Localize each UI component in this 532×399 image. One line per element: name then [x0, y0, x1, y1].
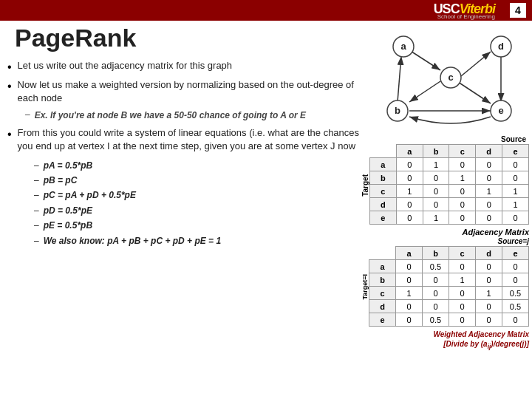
adj-d-d: 0 [476, 198, 502, 211]
w-a-e: 0 [502, 260, 529, 273]
sub-dash-2-1: – [25, 109, 30, 122]
w-col-header-a: a [396, 247, 423, 260]
adj-e-b: 1 [423, 211, 449, 225]
svg-text:e: e [498, 105, 503, 116]
eq-row-4: – pD = 0.5*pE [34, 203, 362, 218]
adj-b-d: 0 [476, 171, 502, 185]
w-col-header-c: c [449, 247, 476, 260]
graph-area: a d c b e [359, 21, 529, 135]
adj-b-e: 0 [502, 171, 529, 185]
w-a-d: 0 [476, 260, 502, 273]
page-number: 4 [510, 3, 526, 18]
adj-b-c: 1 [449, 171, 476, 185]
eq-text-4: pD = 0.5*pE [44, 203, 92, 218]
svg-text:b: b [395, 105, 400, 116]
w-b-d: 0 [476, 273, 502, 287]
svg-text:d: d [498, 41, 504, 52]
adj-c-e: 1 [502, 185, 529, 198]
eq-row-1: – pA = 0.5*pB [34, 158, 362, 173]
w-b-c: 1 [449, 273, 476, 287]
school-text: School of Engineering [437, 13, 495, 20]
w-a-a: 0 [396, 260, 423, 273]
w-corner-cell [369, 247, 396, 260]
w-row-header-c: c [369, 287, 396, 300]
target-label-adj: Target [359, 174, 369, 197]
w-c-c: 0 [449, 287, 476, 300]
bullet-dot-1: • [7, 61, 12, 74]
adj-d-c: 0 [449, 198, 476, 211]
w-row-header-e: e [369, 313, 396, 327]
graph-svg: a d c b e [359, 21, 522, 135]
source-eq-label: Source=j [359, 237, 529, 245]
corner-cell [370, 145, 397, 158]
equations-block: – pA = 0.5*pB – pB = pC – pC = pA + pD +… [34, 158, 362, 248]
col-header-c: c [449, 145, 476, 158]
w-row-e: e 0 0.5 0 0 0 [369, 313, 529, 327]
adj-a-d: 0 [476, 158, 502, 171]
adj-a-e: 0 [502, 158, 529, 171]
w-e-b: 0.5 [423, 313, 449, 327]
adj-c-c: 0 [449, 185, 476, 198]
bullet-dot-3: • [7, 128, 12, 141]
w-col-header-b: b [423, 247, 449, 260]
adj-e-c: 0 [449, 211, 476, 225]
bullet-text-2: Now let us make a weighted version by no… [18, 78, 362, 105]
row-header-d: d [370, 198, 397, 211]
eq-text-2: pB = pC [44, 173, 78, 188]
w-a-c: 0 [449, 260, 476, 273]
adj-header-row: a b c d e [370, 145, 529, 158]
w-row-header-b: b [369, 273, 396, 287]
eq-text-6: We also know: pA + pB + pC + pD + pE = 1 [44, 233, 221, 248]
w-row-c: c 1 0 0 1 0.5 [369, 287, 529, 300]
weighted-matrix-title: Weighted Adjacency Matrix [Divide by (ai… [359, 330, 529, 351]
svg-line-7 [398, 56, 401, 102]
col-header-d: d [476, 145, 502, 158]
w-c-d: 1 [476, 287, 502, 300]
svg-line-2 [409, 81, 440, 102]
w-header-row: a b c d e [369, 247, 529, 260]
eq-row-2: – pB = pC [34, 173, 362, 188]
row-header-c: c [370, 185, 397, 198]
right-panel: a d c b e Source Target a b c d e [359, 21, 529, 351]
row-header-a: a [370, 158, 397, 171]
col-header-e: e [502, 145, 529, 158]
w-a-b: 0.5 [423, 260, 449, 273]
content-area: • Let us write out the adjacency matrix … [7, 59, 362, 248]
w-d-a: 0 [396, 300, 423, 313]
w-row-b: b 0 0 1 0 0 [369, 273, 529, 287]
col-header-b: b [423, 145, 449, 158]
adj-row-b: b 0 0 1 0 0 [370, 171, 529, 185]
target-label-weighted: Target=I [359, 274, 369, 300]
adj-b-a: 0 [396, 171, 423, 185]
adj-d-b: 0 [423, 198, 449, 211]
adj-b-b: 0 [423, 171, 449, 185]
w-e-c: 0 [449, 313, 476, 327]
w-col-header-e: e [502, 247, 529, 260]
svg-line-4 [458, 82, 491, 103]
w-b-b: 0 [423, 273, 449, 287]
top-bar: USCViterbi School of Engineering 4 [0, 0, 532, 21]
adj-e-e: 0 [502, 211, 529, 225]
adj-e-a: 0 [396, 211, 423, 225]
bullet-2: • Now let us make a weighted version by … [7, 78, 362, 105]
col-header-a: a [396, 145, 423, 158]
weighted-matrix-table: a b c d e a 0 0.5 0 0 0 b 0 0 1 0 0 [369, 246, 529, 327]
svg-line-3 [461, 52, 491, 76]
adj-a-b: 1 [423, 158, 449, 171]
w-d-b: 0 [423, 300, 449, 313]
bullet-1: • Let us write out the adjacency matrix … [7, 59, 362, 74]
eq-text-3: pC = pA + pD + 0.5*pE [44, 188, 136, 202]
w-d-d: 0 [476, 300, 502, 313]
w-c-e: 0.5 [502, 287, 529, 300]
w-d-c: 0 [449, 300, 476, 313]
w-e-d: 0 [476, 313, 502, 327]
adj-d-e: 1 [502, 198, 529, 211]
eq-text-1: pA = 0.5*pB [44, 158, 93, 173]
w-c-a: 1 [396, 287, 423, 300]
svg-text:c: c [448, 72, 453, 83]
adj-row-d: d 0 0 0 0 1 [370, 198, 529, 211]
adj-c-a: 1 [396, 185, 423, 198]
row-header-e: e [370, 211, 397, 225]
adj-row-e: e 0 1 0 0 0 [370, 211, 529, 225]
w-row-d: d 0 0 0 0 0.5 [369, 300, 529, 313]
